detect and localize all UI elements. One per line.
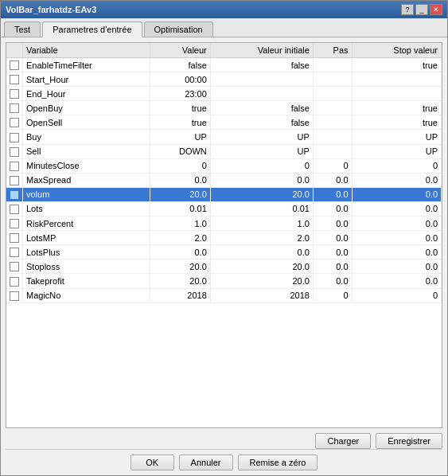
table-row[interactable]: MinutesClose0000	[6, 158, 442, 173]
row-checkbox[interactable]	[10, 277, 19, 287]
table-row[interactable]: EnableTimeFilterfalsefalsetrue	[6, 58, 442, 72]
row-variable: Lots	[23, 201, 150, 216]
row-valeur-initiale: 20.0	[210, 274, 313, 288]
row-checkbox[interactable]	[10, 103, 19, 113]
row-checkbox-cell	[6, 259, 23, 274]
row-checkbox-cell	[6, 187, 23, 201]
row-valeur-initiale: 2018	[210, 288, 313, 302]
tab-params[interactable]: Parametres d'entrée	[42, 21, 142, 37]
col-checkbox	[6, 43, 23, 58]
row-valeur-initiale: UP	[210, 130, 313, 144]
row-checkbox-cell	[6, 158, 23, 173]
row-variable: MagicNo	[23, 288, 150, 302]
table-row[interactable]: Start_Hour00:00	[6, 72, 442, 87]
row-checkbox-cell	[6, 231, 23, 245]
table-row[interactable]: OpenBuytruefalsetrue	[6, 101, 442, 115]
table-row[interactable]: RiskPercent1.01.00.00.0	[6, 217, 442, 231]
table-row[interactable]: Stoploss20.020.00.00.0	[6, 259, 442, 274]
row-valeur: true	[150, 115, 210, 130]
help-button[interactable]: ?	[401, 4, 414, 15]
row-checkbox[interactable]	[10, 118, 19, 127]
row-pas: 0	[313, 158, 352, 173]
row-valeur-initiale: 2.0	[210, 231, 313, 245]
row-checkbox[interactable]	[10, 248, 19, 257]
row-valeur-initiale: 0.0	[210, 245, 313, 259]
row-variable: LotsMP	[23, 231, 150, 245]
row-checkbox[interactable]	[10, 89, 19, 99]
row-valeur: DOWN	[150, 144, 210, 158]
table-row[interactable]: End_Hour23:00	[6, 87, 442, 101]
annuler-button[interactable]: Annuler	[179, 455, 233, 470]
row-stop-valeur: 0.0	[352, 201, 441, 216]
row-valeur: 2.0	[150, 231, 210, 245]
table-row[interactable]: OpenSelltruefalsetrue	[6, 115, 442, 130]
tab-test[interactable]: Test	[4, 21, 41, 37]
remise-a-zero-button[interactable]: Remise a zéro	[238, 455, 318, 470]
table-body: EnableTimeFilterfalsefalsetrueStart_Hour…	[6, 58, 442, 303]
row-stop-valeur: 0.0	[352, 173, 441, 187]
table-row[interactable]: LotsMP2.02.00.00.0	[6, 231, 442, 245]
row-valeur: 0.0	[150, 245, 210, 259]
row-valeur-initiale: 0.01	[210, 201, 313, 216]
row-pas	[313, 144, 352, 158]
tab-optimisation[interactable]: Optimisation	[144, 21, 213, 37]
row-checkbox-cell	[6, 201, 23, 216]
row-checkbox-cell	[6, 245, 23, 259]
row-stop-valeur: true	[352, 115, 441, 130]
tabs-bar: Test Parametres d'entrée Optimisation	[1, 18, 447, 37]
table-row[interactable]: SellDOWNUPUP	[6, 144, 442, 158]
row-checkbox[interactable]	[10, 147, 19, 157]
row-variable: Stoploss	[23, 259, 150, 274]
row-checkbox[interactable]	[10, 190, 19, 200]
row-checkbox[interactable]	[10, 205, 19, 214]
row-stop-valeur	[352, 72, 441, 87]
charger-button[interactable]: Charger	[315, 433, 371, 449]
row-stop-valeur	[352, 87, 441, 101]
row-checkbox[interactable]	[10, 75, 19, 84]
row-valeur-initiale: 0	[210, 158, 313, 173]
table-row[interactable]: MagicNo2018201800	[6, 288, 442, 302]
row-checkbox[interactable]	[10, 262, 19, 271]
table-row[interactable]: BuyUPUPUP	[6, 130, 442, 144]
row-valeur-initiale: 20.0	[210, 187, 313, 201]
row-pas: 0.0	[313, 231, 352, 245]
table-row[interactable]: volum20.020.00.00.0	[6, 187, 442, 201]
table-row[interactable]: LotsPlus0.00.00.00.0	[6, 245, 442, 259]
row-valeur: 00:00	[150, 72, 210, 87]
table-row[interactable]: Lots0.010.010.00.0	[6, 201, 442, 216]
row-stop-valeur: UP	[352, 130, 441, 144]
row-variable: Buy	[23, 130, 150, 144]
row-stop-valeur: 0.0	[352, 217, 441, 231]
row-stop-valeur: UP	[352, 144, 441, 158]
minimize-button[interactable]: _	[415, 4, 428, 15]
row-checkbox[interactable]	[10, 291, 19, 301]
bottom-action-buttons: Charger Enregistrer	[6, 428, 442, 449]
ok-button[interactable]: OK	[131, 455, 174, 470]
row-valeur-initiale: 0.0	[210, 173, 313, 187]
row-stop-valeur: 0	[352, 288, 441, 302]
row-valeur: true	[150, 101, 210, 115]
row-valeur-initiale	[210, 72, 313, 87]
row-valeur: 0	[150, 158, 210, 173]
row-checkbox-cell	[6, 274, 23, 288]
row-variable: volum	[23, 187, 150, 201]
row-variable: Start_Hour	[23, 72, 150, 87]
row-variable: EnableTimeFilter	[23, 58, 150, 72]
row-stop-valeur: 0.0	[352, 187, 441, 201]
row-stop-valeur: true	[352, 58, 441, 72]
table-row[interactable]: Takeprofit20.020.00.00.0	[6, 274, 442, 288]
row-valeur: 1.0	[150, 217, 210, 231]
row-stop-valeur: 0.0	[352, 259, 441, 274]
row-valeur: 0.01	[150, 201, 210, 216]
row-checkbox[interactable]	[10, 176, 19, 185]
row-checkbox[interactable]	[10, 133, 19, 142]
close-button[interactable]: ✕	[430, 4, 442, 15]
row-checkbox[interactable]	[10, 162, 19, 171]
row-checkbox[interactable]	[10, 60, 19, 70]
row-valeur-initiale: false	[210, 115, 313, 130]
window-title: VolBar_farhatdz-EAv3	[6, 5, 96, 14]
row-checkbox[interactable]	[10, 233, 19, 243]
table-row[interactable]: MaxSpread0.00.00.00.0	[6, 173, 442, 187]
enregistrer-button[interactable]: Enregistrer	[376, 433, 442, 449]
row-checkbox[interactable]	[10, 219, 19, 228]
